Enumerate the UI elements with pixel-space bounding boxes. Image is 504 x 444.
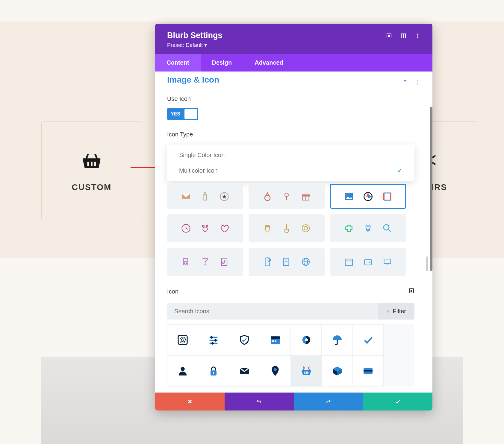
svg-point-10 bbox=[204, 193, 206, 194]
icon-cell[interactable] bbox=[353, 324, 384, 355]
icon-cell[interactable] bbox=[229, 355, 260, 387]
dropdown-item-single[interactable]: Single Color Icon bbox=[167, 148, 414, 163]
svg-point-37 bbox=[268, 259, 271, 261]
undo-button[interactable] bbox=[225, 393, 294, 410]
collapse-icon[interactable]: ⌃ bbox=[402, 79, 408, 86]
svg-point-30 bbox=[304, 226, 308, 230]
svg-rect-75 bbox=[307, 372, 308, 374]
scrollbar[interactable] bbox=[430, 107, 432, 271]
icon-cell[interactable] bbox=[260, 355, 291, 387]
bucket-icon bbox=[262, 223, 273, 234]
dropdown-item-multi[interactable]: Multicolor Icon ✓ bbox=[167, 163, 414, 178]
icon-pack-selected[interactable] bbox=[330, 184, 406, 209]
svg-point-25 bbox=[203, 227, 208, 232]
section-title[interactable]: Image & Icon bbox=[167, 75, 420, 85]
svg-rect-77 bbox=[364, 370, 373, 372]
icon-cell[interactable] bbox=[167, 355, 198, 387]
cancel-button[interactable] bbox=[155, 393, 225, 410]
section-more-icon[interactable]: ⋮ bbox=[414, 79, 420, 86]
svg-point-55 bbox=[210, 336, 213, 339]
icon-cell[interactable]: @ bbox=[167, 324, 198, 355]
expand-icon[interactable] bbox=[408, 288, 414, 295]
redo-button[interactable] bbox=[294, 393, 363, 410]
svg-rect-44 bbox=[345, 259, 352, 265]
tab-content[interactable]: Content bbox=[155, 54, 201, 72]
icon-type-dropdown: Single Color Icon Multicolor Icon ✓ bbox=[167, 145, 414, 181]
use-icon-toggle[interactable]: YES bbox=[167, 108, 198, 120]
svg-rect-62 bbox=[272, 340, 274, 342]
toggle-value: YES bbox=[171, 111, 180, 117]
icon-pack[interactable] bbox=[167, 248, 243, 276]
tab-advanced[interactable]: Advanced bbox=[243, 54, 295, 72]
svg-point-8 bbox=[417, 37, 418, 38]
tab-design[interactable]: Design bbox=[201, 54, 243, 72]
globe-icon bbox=[300, 256, 311, 267]
dropdown-item-label: Single Color Icon bbox=[179, 152, 225, 159]
svg-point-59 bbox=[211, 342, 214, 345]
credit-card-icon bbox=[362, 365, 374, 377]
basket-icon bbox=[81, 150, 102, 171]
icon-pack[interactable] bbox=[330, 214, 406, 242]
checkmark-icon bbox=[362, 334, 374, 346]
svg-rect-51 bbox=[411, 290, 412, 292]
svg-point-68 bbox=[213, 372, 214, 374]
icon-cell[interactable] bbox=[198, 355, 229, 387]
panel-body: Image & Icon ⌃ ⋮ Use Icon YES Icon Type … bbox=[155, 75, 432, 393]
card-label: CUSTOM bbox=[72, 183, 112, 192]
icon-cell-hover[interactable] bbox=[291, 355, 322, 387]
filter-button[interactable]: + Filter bbox=[378, 303, 414, 320]
icon-cell-empty bbox=[384, 355, 414, 387]
svg-line-71 bbox=[303, 367, 304, 369]
svg-rect-21 bbox=[384, 193, 391, 200]
settings-modal: Blurb Settings Preset: Default ▾ Content… bbox=[155, 24, 432, 410]
preset-label: Preset: Default bbox=[167, 42, 203, 48]
modal-title: Blurb Settings bbox=[167, 31, 223, 40]
icon-cell[interactable] bbox=[260, 324, 291, 355]
shield-check-icon bbox=[238, 334, 250, 346]
preset-selector[interactable]: Preset: Default ▾ bbox=[167, 42, 223, 48]
svg-rect-48 bbox=[384, 259, 391, 264]
search-input[interactable] bbox=[167, 303, 378, 320]
fullscreen-icon[interactable] bbox=[386, 33, 392, 39]
ring-icon bbox=[262, 191, 273, 202]
icon-cell[interactable] bbox=[322, 324, 352, 355]
svg-point-29 bbox=[302, 225, 309, 232]
svg-rect-46 bbox=[364, 260, 372, 265]
icon-cell[interactable] bbox=[291, 324, 322, 355]
icon-type-label: Icon Type bbox=[167, 131, 420, 138]
save-button[interactable] bbox=[363, 393, 433, 410]
svg-point-57 bbox=[214, 339, 217, 342]
cocktail-icon bbox=[200, 256, 211, 267]
modal-header: Blurb Settings Preset: Default ▾ bbox=[155, 24, 432, 54]
icon-pack-grid bbox=[167, 184, 406, 276]
wallet-icon bbox=[363, 256, 373, 267]
shovel-icon bbox=[281, 223, 292, 234]
icon-pack[interactable] bbox=[330, 248, 406, 276]
icon-cell[interactable] bbox=[198, 324, 229, 355]
chevron-down-icon: ▾ bbox=[204, 42, 207, 48]
more-icon[interactable] bbox=[415, 33, 420, 39]
calendar-filled-icon bbox=[269, 334, 281, 346]
plus-icon: + bbox=[386, 308, 390, 315]
aperture-icon bbox=[363, 191, 373, 202]
icon-pack[interactable] bbox=[249, 184, 325, 209]
icon-pack[interactable] bbox=[167, 184, 243, 209]
icon-cell[interactable] bbox=[353, 355, 384, 387]
icon-pack[interactable] bbox=[249, 214, 325, 242]
bottle-icon bbox=[200, 191, 211, 202]
icon-pack[interactable] bbox=[167, 214, 243, 242]
use-icon-label: Use Icon bbox=[167, 95, 420, 102]
svg-point-26 bbox=[202, 225, 204, 227]
icon-cell[interactable] bbox=[322, 355, 352, 387]
svg-rect-23 bbox=[390, 193, 391, 200]
film-icon bbox=[382, 191, 393, 202]
svg-point-13 bbox=[285, 193, 288, 197]
at-icon: @ bbox=[177, 334, 189, 346]
icon-grid-scrollbar[interactable] bbox=[426, 256, 428, 271]
coin-icon bbox=[300, 223, 311, 234]
icon-pack[interactable] bbox=[249, 248, 325, 276]
svg-point-70 bbox=[274, 368, 277, 371]
icon-cell[interactable] bbox=[229, 324, 260, 355]
gear-half-icon bbox=[300, 334, 312, 346]
columns-icon[interactable] bbox=[401, 33, 406, 39]
